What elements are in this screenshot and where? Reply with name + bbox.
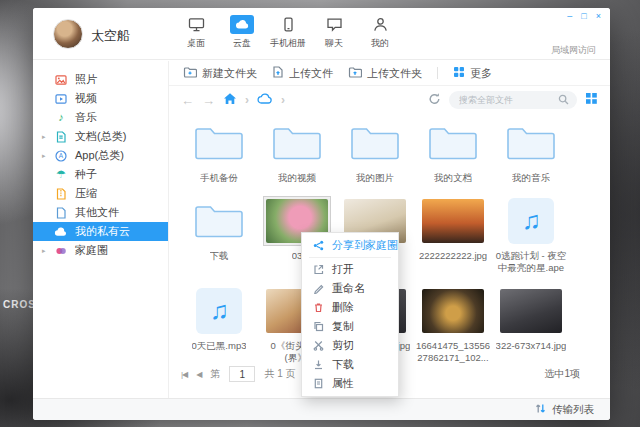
- selected-count-label: 选中1项: [544, 367, 580, 381]
- minimize-icon[interactable]: –: [567, 11, 572, 21]
- expand-arrow-icon[interactable]: ▸: [42, 133, 46, 141]
- sidebar-item-photos[interactable]: 照片: [33, 70, 168, 89]
- more-button[interactable]: 更多: [453, 66, 492, 81]
- expand-arrow-icon[interactable]: ▸: [42, 247, 46, 255]
- breadcrumb-chevron-icon: ›: [245, 94, 249, 106]
- expand-arrow-icon[interactable]: ▸: [42, 152, 46, 160]
- total-pages-label: 共 1 页: [264, 367, 295, 381]
- file-item[interactable]: 我的图片: [337, 118, 413, 184]
- image-thumbnail: [500, 286, 562, 336]
- folder-icon: [193, 196, 245, 246]
- page-number-input[interactable]: [229, 366, 255, 382]
- tab-cloud-disk[interactable]: 云盘: [219, 13, 265, 50]
- toolbar: 新建文件夹 上传文件 上传文件夹 更多: [169, 61, 610, 86]
- file-item[interactable]: ♫ 0逃跑计划 - 夜空中最亮的星.ape: [493, 196, 569, 274]
- image-thumbnail: [422, 196, 484, 246]
- upload-file-label: 上传文件: [289, 66, 333, 81]
- file-label: 我的音乐: [512, 172, 550, 184]
- video-icon: [54, 93, 68, 105]
- menu-item-cut[interactable]: 剪切: [302, 336, 398, 355]
- sidebar-label: 视频: [75, 91, 97, 106]
- folder-icon: [349, 118, 401, 168]
- refresh-icon[interactable]: [428, 91, 441, 109]
- file-item[interactable]: 16641475_1355627862171_102...: [415, 286, 491, 364]
- file-item[interactable]: 下载: [181, 196, 257, 274]
- menu-item-delete[interactable]: 删除: [302, 298, 398, 317]
- file-item[interactable]: 322-673x714.jpg: [493, 286, 569, 364]
- forward-icon[interactable]: →: [202, 94, 215, 107]
- menu-item-share-to-family[interactable]: 分享到家庭圈: [302, 236, 398, 255]
- file-icon: [54, 207, 68, 219]
- menu-label: 下载: [332, 357, 354, 372]
- file-item[interactable]: ♫ 0天已黑.mp3: [181, 286, 257, 364]
- file-item[interactable]: 我的音乐: [493, 118, 569, 184]
- upload-folder-button[interactable]: 上传文件夹: [348, 66, 422, 81]
- lan-access-label[interactable]: 局域网访问: [551, 44, 596, 57]
- grid-view-icon[interactable]: [585, 91, 598, 109]
- sidebar-item-family-circle[interactable]: ▸ 家庭圈: [33, 241, 168, 260]
- chat-icon: [322, 15, 346, 34]
- back-icon[interactable]: ←: [181, 94, 194, 107]
- transfer-bar[interactable]: 传输列表: [33, 398, 610, 420]
- maximize-icon[interactable]: □: [581, 11, 586, 21]
- menu-item-open[interactable]: 打开: [302, 260, 398, 279]
- folder-icon: [271, 118, 323, 168]
- folder-icon: [505, 118, 557, 168]
- sidebar-item-apps[interactable]: ▸ A App(总类): [33, 146, 168, 165]
- close-icon[interactable]: ×: [596, 11, 601, 21]
- home-icon[interactable]: [223, 91, 237, 109]
- divider: [309, 257, 391, 258]
- sidebar-item-documents[interactable]: ▸ 文档(总类): [33, 127, 168, 146]
- tab-mine[interactable]: 我的: [357, 13, 403, 50]
- menu-item-copy[interactable]: 复制: [302, 317, 398, 336]
- sidebar-label: 家庭圈: [75, 243, 108, 258]
- music-icon: ♪: [54, 112, 68, 123]
- menu-item-properties[interactable]: 属性: [302, 374, 398, 393]
- breadcrumb-cloud-icon[interactable]: [257, 91, 273, 109]
- sidebar-item-archives[interactable]: 压缩: [33, 184, 168, 203]
- folder-icon: [193, 118, 245, 168]
- photo-icon: [54, 74, 68, 86]
- file-item[interactable]: 我的视频: [259, 118, 335, 184]
- zip-icon: [54, 188, 68, 200]
- tab-desktop[interactable]: 桌面: [173, 13, 219, 50]
- sidebar-item-other-files[interactable]: 其他文件: [33, 203, 168, 222]
- tab-chat[interactable]: 聊天: [311, 13, 357, 50]
- avatar[interactable]: [53, 19, 83, 49]
- sidebar-item-torrents[interactable]: ☂ 种子: [33, 165, 168, 184]
- file-label: 手机备份: [200, 172, 238, 184]
- svg-text:A: A: [59, 152, 64, 159]
- trash-icon: [312, 302, 325, 313]
- search-input[interactable]: [457, 94, 554, 106]
- transfer-arrows-icon: [535, 403, 546, 416]
- transfer-list-label: 传输列表: [552, 403, 594, 417]
- upload-folder-label: 上传文件夹: [367, 66, 422, 81]
- tab-phone-album[interactable]: 手机相册: [265, 13, 311, 50]
- search-icon[interactable]: [558, 91, 569, 109]
- scissors-icon: [312, 340, 325, 351]
- file-item[interactable]: 手机备份: [181, 118, 257, 184]
- rename-icon: [312, 283, 325, 294]
- sidebar-label: 我的私有云: [75, 224, 130, 239]
- seed-icon: ☂: [54, 169, 68, 180]
- file-label: 我的图片: [356, 172, 394, 184]
- first-page-icon[interactable]: |◀: [181, 370, 187, 379]
- sidebar-label: 压缩: [75, 186, 97, 201]
- upload-file-button[interactable]: 上传文件: [272, 66, 333, 81]
- folder-icon: [427, 118, 479, 168]
- sidebar-item-music[interactable]: ♪ 音乐: [33, 108, 168, 127]
- menu-item-rename[interactable]: 重命名: [302, 279, 398, 298]
- menu-label: 剪切: [332, 338, 354, 353]
- new-folder-label: 新建文件夹: [202, 66, 257, 81]
- file-item[interactable]: 我的文档: [415, 118, 491, 184]
- prev-page-icon[interactable]: ◀: [196, 370, 201, 379]
- divider: [437, 67, 438, 79]
- file-label: 2222222222.jpg: [419, 250, 487, 262]
- sidebar-item-private-cloud[interactable]: 我的私有云: [33, 222, 168, 241]
- menu-item-download[interactable]: 下载: [302, 355, 398, 374]
- tab-label: 云盘: [233, 37, 251, 50]
- file-item[interactable]: 2222222222.jpg: [415, 196, 491, 274]
- upload-folder-icon: [348, 66, 362, 80]
- sidebar-item-videos[interactable]: 视频: [33, 89, 168, 108]
- new-folder-button[interactable]: 新建文件夹: [183, 66, 257, 81]
